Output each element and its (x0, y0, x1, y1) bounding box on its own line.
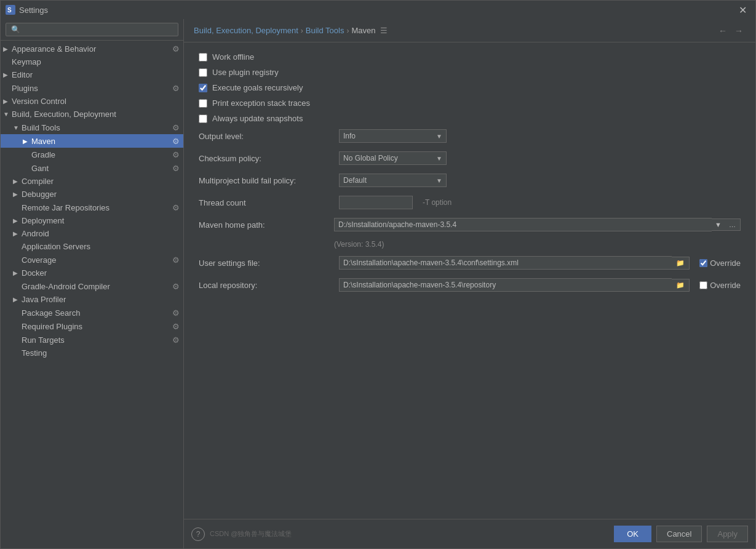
sidebar-item-settings-icon[interactable]: ⚙ (171, 163, 181, 173)
ok-button[interactable]: OK (614, 526, 651, 542)
tree-arrow-icon: ▶ (13, 296, 22, 303)
maven-home-path-input[interactable] (334, 218, 712, 231)
execute-goals-label[interactable]: Execute goals recursively (212, 83, 303, 92)
apply-button[interactable]: Apply (707, 526, 748, 542)
help-button[interactable]: ? (191, 527, 205, 541)
sidebar-item-maven[interactable]: ▶ Maven ⚙ (1, 134, 183, 148)
tree-arrow-icon: ▶ (13, 191, 22, 198)
sidebar-item-debugger[interactable]: ▶ Debugger (1, 188, 183, 201)
sidebar-item-build-tools[interactable]: ▼ Build Tools ⚙ (1, 121, 183, 134)
sidebar-item-compiler[interactable]: ▶ Compiler (1, 175, 183, 188)
close-button[interactable]: ✕ (735, 3, 750, 17)
sidebar-item-label: Gradle-Android Compiler (22, 282, 170, 291)
tree-arrow-icon: ▶ (13, 217, 22, 224)
tree-arrow-icon: ▶ (23, 138, 31, 145)
sidebar-item-appearance[interactable]: ▶ Appearance & Behavior ⚙ (1, 42, 183, 55)
sidebar: ▶ Appearance & Behavior ⚙ Keymap ▶ Edito… (1, 19, 184, 548)
sidebar-item-remote-jar-repos[interactable]: Remote Jar Repositories ⚙ (1, 201, 183, 214)
sidebar-item-settings-icon[interactable]: ⚙ (171, 308, 181, 318)
maven-home-path-label: Maven home path: (199, 220, 334, 230)
print-exception-checkbox[interactable] (199, 99, 207, 108)
use-plugin-registry-checkbox[interactable] (199, 68, 207, 77)
use-plugin-registry-label[interactable]: Use plugin registry (212, 68, 279, 77)
checksum-policy-row: Checksum policy: No Global Policy ▼ (199, 151, 741, 165)
sidebar-item-settings-icon[interactable]: ⚙ (171, 255, 181, 265)
sidebar-item-settings-icon[interactable]: ⚙ (171, 136, 181, 146)
window-title: Settings (19, 6, 735, 15)
sidebar-item-deployment[interactable]: ▶ Deployment (1, 214, 183, 227)
sidebar-item-settings-icon[interactable]: ⚙ (171, 150, 181, 159)
always-update-checkbox[interactable] (199, 114, 207, 123)
sidebar-item-application-servers[interactable]: Application Servers (1, 240, 183, 253)
sidebar-item-settings-icon[interactable]: ⚙ (171, 122, 181, 132)
sidebar-item-run-targets[interactable]: Run Targets ⚙ (1, 333, 183, 347)
bottom-bar: ? CSDN @独角兽与魔法城堡 OK Cancel Apply (184, 519, 755, 548)
local-repository-browse-button[interactable]: 📁 (672, 279, 690, 292)
user-settings-file-label: User settings file: (199, 258, 334, 268)
maven-home-path-dropdown-button[interactable]: ▼ (712, 218, 725, 231)
multiproject-policy-dropdown[interactable]: Default ▼ (339, 174, 447, 187)
search-input[interactable] (6, 23, 178, 36)
user-settings-override-label[interactable]: Override (710, 258, 741, 268)
local-repository-override-checkbox[interactable] (699, 281, 707, 289)
output-level-arrow-icon: ▼ (436, 133, 442, 140)
print-exception-label[interactable]: Print exception stack traces (212, 98, 310, 108)
sidebar-item-settings-icon[interactable]: ⚙ (171, 83, 181, 93)
sidebar-item-settings-icon[interactable]: ⚙ (171, 202, 181, 212)
sidebar-item-required-plugins[interactable]: Required Plugins ⚙ (1, 319, 183, 333)
output-level-dropdown[interactable]: Info ▼ (339, 129, 447, 143)
sidebar-item-gradle[interactable]: Gradle ⚙ (1, 148, 183, 161)
checksum-policy-arrow-icon: ▼ (436, 155, 442, 162)
user-settings-override-checkbox[interactable] (699, 259, 707, 267)
cancel-button[interactable]: Cancel (656, 526, 702, 542)
user-settings-file-browse-button[interactable]: 📁 (672, 257, 690, 270)
breadcrumb-build-tools[interactable]: Build Tools (306, 26, 344, 35)
checksum-policy-dropdown[interactable]: No Global Policy ▼ (339, 151, 447, 165)
checkbox-work-offline-row: Work offline (199, 52, 741, 62)
maven-home-path-input-wrap: ▼ … (334, 218, 741, 231)
sidebar-item-coverage[interactable]: Coverage ⚙ (1, 253, 183, 266)
svg-text:S: S (7, 7, 12, 14)
breadcrumb-build-exec-deploy[interactable]: Build, Execution, Deployment (194, 26, 298, 35)
sidebar-item-label: Deployment (22, 216, 181, 225)
local-repository-row: Local repository: 📁 Override (199, 278, 741, 292)
user-settings-file-input[interactable] (339, 256, 672, 270)
thread-count-label: Thread count (199, 198, 334, 207)
sidebar-item-label: Testing (22, 348, 181, 358)
sidebar-item-label: Remote Jar Repositories (22, 203, 170, 212)
breadcrumb-edit-icon[interactable]: ☰ (380, 26, 388, 35)
sidebar-item-build-exec-deploy[interactable]: ▼ Build, Execution, Deployment (1, 108, 183, 121)
output-level-value: Info (343, 132, 356, 140)
sidebar-item-label: Editor (12, 70, 181, 79)
execute-goals-checkbox[interactable] (199, 84, 207, 92)
sidebar-item-settings-icon[interactable]: ⚙ (171, 321, 181, 331)
local-repository-override-label[interactable]: Override (710, 281, 741, 290)
sidebar-item-gradle-android-compiler[interactable]: Gradle-Android Compiler ⚙ (1, 279, 183, 293)
local-repository-override-group: Override (699, 281, 741, 290)
sidebar-item-settings-icon[interactable]: ⚙ (171, 44, 181, 54)
tree-arrow-icon: ▶ (13, 270, 22, 276)
sidebar-item-testing[interactable]: Testing (1, 347, 183, 359)
nav-forward-button[interactable]: → (732, 25, 746, 37)
sidebar-item-settings-icon[interactable]: ⚙ (171, 281, 181, 291)
sidebar-item-keymap[interactable]: Keymap (1, 55, 183, 68)
maven-home-path-row: Maven home path: ▼ … (199, 218, 741, 231)
sidebar-item-version-control[interactable]: ▶ Version Control (1, 95, 183, 108)
work-offline-checkbox[interactable] (199, 53, 207, 62)
checkbox-use-plugin-registry-row: Use plugin registry (199, 68, 741, 77)
sidebar-item-gant[interactable]: Gant ⚙ (1, 161, 183, 175)
maven-home-path-browse-button[interactable]: … (725, 218, 741, 231)
local-repository-input[interactable] (339, 278, 672, 292)
sidebar-item-label: Docker (22, 268, 181, 278)
sidebar-item-settings-icon[interactable]: ⚙ (171, 335, 181, 345)
sidebar-item-editor[interactable]: ▶ Editor (1, 68, 183, 81)
sidebar-item-java-profiler[interactable]: ▶ Java Profiler (1, 293, 183, 306)
always-update-label[interactable]: Always update snapshots (212, 114, 303, 123)
sidebar-item-plugins[interactable]: Plugins ⚙ (1, 81, 183, 95)
sidebar-item-package-search[interactable]: Package Search ⚙ (1, 306, 183, 319)
work-offline-label[interactable]: Work offline (212, 52, 254, 62)
thread-count-input[interactable] (339, 196, 413, 209)
sidebar-item-android[interactable]: ▶ Android (1, 227, 183, 240)
nav-back-button[interactable]: ← (716, 25, 730, 37)
sidebar-item-docker[interactable]: ▶ Docker (1, 266, 183, 279)
